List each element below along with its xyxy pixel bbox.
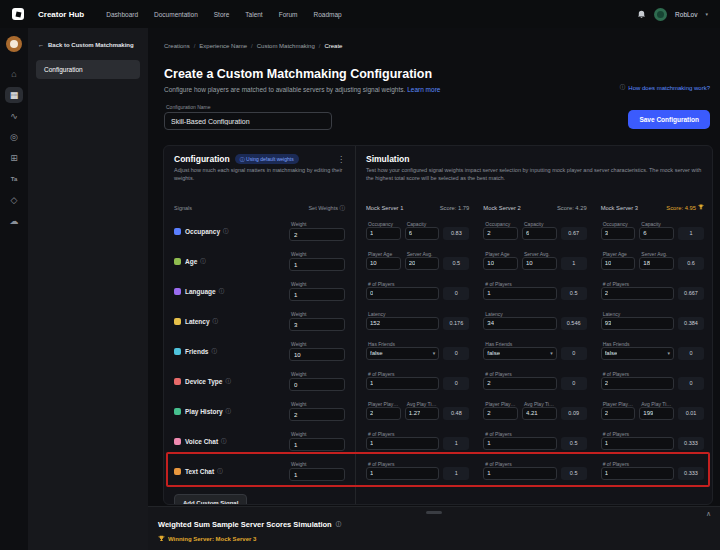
info-icon[interactable]: ⓘ [217, 468, 223, 475]
friends-weight-input[interactable] [289, 348, 345, 361]
capacity-input[interactable]: Capacity6 [405, 227, 440, 240]
field-label: # of Players [603, 371, 629, 377]
collaboration-icon[interactable]: ⊞ [5, 150, 23, 166]
player-play-input[interactable]: Player Play…2 [483, 407, 518, 420]
info-icon[interactable]: ⓘ [211, 348, 217, 355]
avg-play-ti-input[interactable]: Avg Play Ti…4.21 [522, 407, 557, 420]
voice-chat-weight-input[interactable] [289, 438, 345, 451]
nav-item-roadmap[interactable]: Roadmap [313, 11, 341, 18]
breadcrumb-creations[interactable]: Creations [164, 43, 190, 49]
player-age-input[interactable]: Player Age10 [483, 257, 518, 270]
capacity-input[interactable]: Capacity6 [522, 227, 557, 240]
has-friends-input[interactable]: Has Friendsfalse▾ [366, 347, 439, 360]
play-history-weight-input[interactable] [289, 408, 345, 421]
nav-item-dashboard[interactable]: Dashboard [106, 11, 138, 18]
of-players-input[interactable]: # of Players1 [366, 437, 439, 450]
occupancy-weight-input[interactable] [289, 228, 345, 241]
device-type-weight-input[interactable] [289, 378, 345, 391]
field-value: 1 [487, 440, 490, 446]
creator-avatar[interactable] [6, 36, 22, 52]
save-configuration-button[interactable]: Save Configuration [628, 110, 710, 129]
info-icon[interactable]: ⓘ [223, 228, 229, 235]
age-weight-input[interactable] [289, 258, 345, 271]
cloud-icon[interactable]: ☁ [5, 213, 23, 229]
has-friends-input[interactable]: Has Friendsfalse▾ [601, 347, 674, 360]
sidebar-item-configuration[interactable]: Configuration [36, 60, 140, 79]
earnings-icon[interactable]: ◇ [5, 192, 23, 208]
add-custom-signal-button[interactable]: Add Custom Signal [174, 494, 247, 505]
nav-item-forum[interactable]: Forum [279, 11, 298, 18]
learn-more-link[interactable]: Learn more [407, 86, 440, 93]
chevron-down-icon[interactable]: ▾ [705, 11, 708, 17]
text-chat-weight-input[interactable] [289, 468, 345, 481]
info-icon[interactable]: ⓘ [225, 378, 231, 385]
nav-item-store[interactable]: Store [214, 11, 230, 18]
score-badge: 0.67 [561, 227, 587, 240]
simulation-row-text-chat: # of Players11# of Players10.5# of Playe… [366, 456, 704, 486]
info-icon[interactable]: ⓘ [226, 408, 232, 415]
of-players-input[interactable]: # of Players2 [601, 377, 674, 390]
occupancy-input[interactable]: Occupancy2 [483, 227, 518, 240]
player-age-input[interactable]: Player Age10 [601, 257, 636, 270]
avg-play-ti-input[interactable]: Avg Play Ti…199 [639, 407, 674, 420]
drag-handle[interactable] [426, 511, 442, 514]
of-players-input[interactable]: # of Players0 [366, 287, 439, 300]
of-players-input[interactable]: # of Players2 [601, 287, 674, 300]
info-icon[interactable]: ⓘ [213, 318, 219, 325]
signal-name: Device Type [185, 378, 222, 385]
of-players-input[interactable]: # of Players1 [366, 377, 439, 390]
localization-icon[interactable]: Ta [5, 171, 23, 187]
collapse-chevron-icon[interactable]: ∧ [706, 510, 711, 518]
player-play-input[interactable]: Player Play…2 [601, 407, 636, 420]
latency-weight-input[interactable] [289, 318, 345, 331]
sim-cell-server-2: Player Play…2Avg Play Ti…4.210.09 [483, 396, 586, 426]
analytics-icon[interactable]: ∿ [5, 108, 23, 124]
player-age-input[interactable]: Player Age10 [366, 257, 401, 270]
home-icon[interactable]: ⌂ [5, 66, 23, 82]
latency-input[interactable]: Latency34 [483, 317, 556, 330]
of-players-input[interactable]: # of Players1 [601, 467, 674, 480]
of-players-input[interactable]: # of Players1 [366, 467, 439, 480]
brand-title: Creator Hub [38, 10, 84, 19]
breadcrumb-custom-matchmaking[interactable]: Custom Matchmaking [257, 43, 315, 49]
matchmaking-help-link[interactable]: ⓘ How does matchmaking work? [620, 84, 710, 91]
has-friends-input[interactable]: Has Friendsfalse▾ [483, 347, 556, 360]
capacity-input[interactable]: Capacity6 [639, 227, 674, 240]
player-play-input[interactable]: Player Play…2 [366, 407, 401, 420]
sim-cell-server-1: Latency1520.176 [366, 306, 469, 336]
server-avg-input[interactable]: Server Avg.10 [522, 257, 557, 270]
avg-play-ti-input[interactable]: Avg Play Ti…1.27 [405, 407, 440, 420]
info-icon[interactable]: ⓘ [336, 521, 342, 528]
server-avg-input[interactable]: Server Avg.18 [639, 257, 674, 270]
info-icon[interactable]: ⓘ [221, 438, 227, 445]
language-weight-input[interactable] [289, 288, 345, 301]
kebab-menu-icon[interactable]: ⋮ [337, 155, 345, 164]
occupancy-input[interactable]: Occupancy3 [601, 227, 636, 240]
nav-item-documentation[interactable]: Documentation [154, 11, 198, 18]
of-players-input[interactable]: # of Players2 [483, 377, 556, 390]
server-avg-input[interactable]: Server Avg.20 [405, 257, 440, 270]
field-value: 1 [605, 470, 608, 476]
of-players-input[interactable]: # of Players1 [601, 437, 674, 450]
notification-bell-icon[interactable] [637, 10, 646, 19]
occupancy-input[interactable]: Occupancy1 [366, 227, 401, 240]
of-players-input[interactable]: # of Players1 [483, 467, 556, 480]
of-players-input[interactable]: # of Players1 [483, 287, 556, 300]
info-icon[interactable]: ⓘ [340, 205, 346, 211]
configuration-title: Configuration [174, 154, 230, 164]
user-avatar[interactable] [654, 8, 667, 21]
latency-input[interactable]: Latency93 [601, 317, 674, 330]
latency-input[interactable]: Latency152 [366, 317, 439, 330]
info-icon[interactable]: ⓘ [219, 288, 225, 295]
username[interactable]: RobLov [675, 11, 697, 18]
signal-name: Occupancy [185, 228, 220, 235]
avatars-icon[interactable]: ◎ [5, 129, 23, 145]
info-icon[interactable]: ⓘ [200, 258, 206, 265]
creations-icon[interactable]: ▦ [5, 87, 23, 103]
breadcrumb-experience-name[interactable]: Experience Name [199, 43, 247, 49]
of-players-input[interactable]: # of Players1 [483, 437, 556, 450]
back-to-custom-matchmaking-link[interactable]: ← Back to Custom Matchmaking [28, 28, 148, 52]
nav-item-talent[interactable]: Talent [245, 11, 262, 18]
sim-cell-server-3: Player Age10Server Avg.180.6 [601, 246, 704, 276]
configuration-name-input[interactable] [164, 112, 332, 130]
